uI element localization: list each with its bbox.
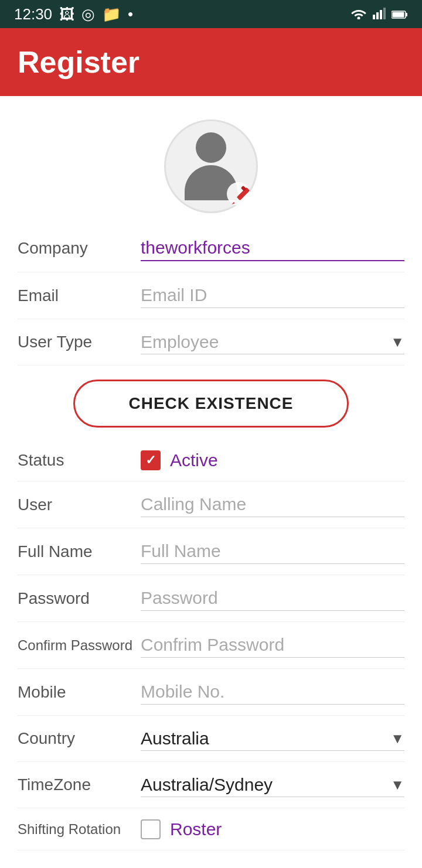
timezone-dropdown-wrapper: Australia/Sydney Australia/Melbourne UTC… bbox=[141, 773, 404, 797]
svg-rect-2 bbox=[376, 12, 379, 19]
shifting-rotation-wrapper: Roster bbox=[141, 819, 222, 839]
company-row: Company bbox=[18, 225, 404, 272]
roster-label: Roster bbox=[170, 819, 222, 839]
svg-point-0 bbox=[358, 16, 360, 19]
mobile-input[interactable] bbox=[141, 679, 404, 705]
page-header: Register bbox=[0, 28, 422, 96]
status-bar-right bbox=[350, 5, 408, 23]
timezone-chevron-icon: ▼ bbox=[390, 777, 404, 793]
password-input[interactable] bbox=[141, 586, 404, 611]
avatar-circle[interactable] bbox=[164, 119, 258, 213]
svg-rect-1 bbox=[373, 15, 375, 19]
mobile-row: Mobile bbox=[18, 669, 404, 716]
status-bar-left: 12:30 🖼 ◎ 📁 • bbox=[14, 5, 133, 23]
user-type-chevron-icon: ▼ bbox=[390, 334, 404, 350]
user-type-row: User Type Employee Manager Admin ▼ bbox=[18, 319, 404, 365]
edit-icon[interactable] bbox=[224, 179, 253, 209]
status-row: Status Active bbox=[18, 439, 404, 481]
timezone-label: TimeZone bbox=[18, 775, 141, 794]
svg-rect-3 bbox=[380, 10, 382, 19]
svg-rect-8 bbox=[227, 182, 250, 206]
email-row: Email bbox=[18, 272, 404, 319]
country-dropdown-wrapper: Australia United States United Kingdom I… bbox=[141, 726, 404, 751]
calling-name-input[interactable] bbox=[141, 492, 404, 517]
register-row: REGISTER bbox=[18, 850, 404, 868]
status-value-wrapper: Active bbox=[141, 450, 218, 470]
folder-icon: 📁 bbox=[102, 5, 121, 23]
company-label: Company bbox=[18, 239, 141, 258]
status-bar: 12:30 🖼 ◎ 📁 • bbox=[0, 0, 422, 28]
form-section: Company Email User Type Employee Manager… bbox=[0, 96, 422, 868]
status-checkbox[interactable] bbox=[141, 450, 161, 470]
signal-icon bbox=[373, 5, 386, 23]
user-type-label: User Type bbox=[18, 333, 141, 351]
page-title: Register bbox=[18, 45, 404, 80]
user-row: User bbox=[18, 481, 404, 528]
battery-icon bbox=[392, 5, 408, 23]
confirm-password-label: Confirm Password bbox=[18, 637, 141, 654]
password-row: Password bbox=[18, 575, 404, 622]
email-input[interactable] bbox=[141, 283, 404, 308]
company-input[interactable] bbox=[141, 235, 404, 261]
mobile-label: Mobile bbox=[18, 683, 141, 702]
full-name-label: Full Name bbox=[18, 542, 141, 561]
avatar-head bbox=[196, 132, 226, 163]
time-display: 12:30 bbox=[14, 5, 52, 23]
timezone-row: TimeZone Australia/Sydney Australia/Melb… bbox=[18, 762, 404, 808]
svg-rect-6 bbox=[406, 13, 407, 16]
status-label: Status bbox=[18, 451, 141, 470]
dot-icon: • bbox=[128, 5, 133, 23]
shifting-rotation-label: Shifting Rotation bbox=[18, 821, 141, 838]
roster-checkbox[interactable] bbox=[141, 819, 161, 839]
wifi-icon bbox=[350, 5, 367, 23]
user-type-select[interactable]: Employee Manager Admin bbox=[141, 332, 390, 351]
full-name-row: Full Name bbox=[18, 528, 404, 575]
confirm-password-input[interactable] bbox=[141, 633, 404, 658]
country-label: Country bbox=[18, 729, 141, 748]
photo-icon: 🖼 bbox=[59, 5, 74, 23]
svg-rect-7 bbox=[393, 12, 404, 17]
email-label: Email bbox=[18, 286, 141, 305]
password-label: Password bbox=[18, 589, 141, 608]
check-existence-button[interactable]: CHECK EXISTENCE bbox=[73, 380, 349, 428]
country-row: Country Australia United States United K… bbox=[18, 716, 404, 762]
user-type-dropdown-wrapper: Employee Manager Admin ▼ bbox=[141, 330, 404, 354]
avatar-section[interactable] bbox=[18, 119, 404, 213]
location-icon: ◎ bbox=[81, 5, 95, 23]
full-name-input[interactable] bbox=[141, 539, 404, 564]
svg-rect-4 bbox=[383, 8, 386, 19]
confirm-password-row: Confirm Password bbox=[18, 622, 404, 669]
check-existence-row: CHECK EXISTENCE bbox=[18, 365, 404, 439]
country-chevron-icon: ▼ bbox=[390, 730, 404, 747]
timezone-select[interactable]: Australia/Sydney Australia/Melbourne UTC… bbox=[141, 775, 390, 794]
user-label: User bbox=[18, 495, 141, 514]
country-select[interactable]: Australia United States United Kingdom I… bbox=[141, 729, 390, 748]
shifting-rotation-row: Shifting Rotation Roster bbox=[18, 808, 404, 850]
status-active-label: Active bbox=[170, 450, 218, 470]
